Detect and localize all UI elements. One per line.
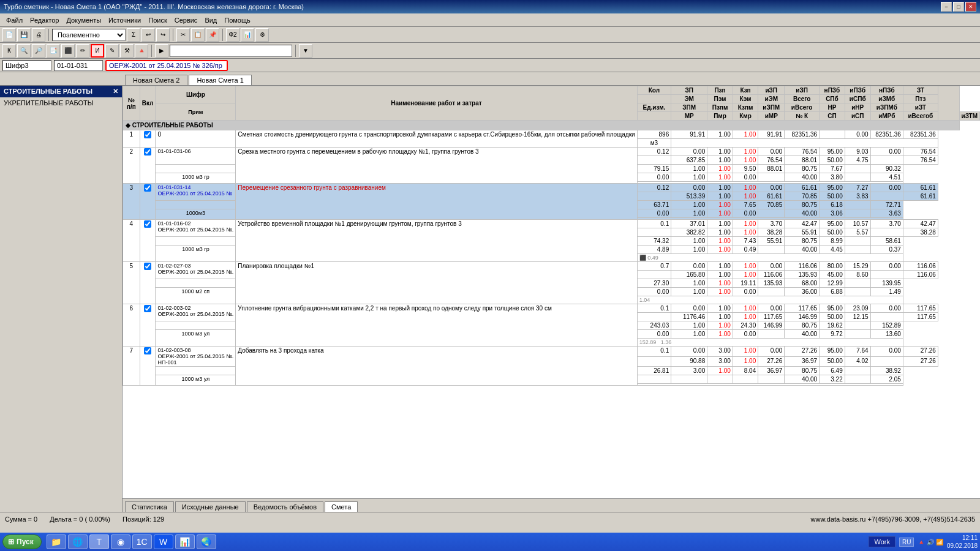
maximize-button[interactable]: □ [953, 2, 964, 12]
menu-help[interactable]: Помощь [221, 15, 254, 25]
main-container: СТРОИТЕЛЬНЫЕ РАБОТЫ ✕ УКРЕПИТЕЛЬНЫЕ РАБО… [0, 86, 980, 512]
left-panel-item-1[interactable]: УКРЕПИТЕЛЬНЫЕ РАБОТЫ [0, 97, 122, 108]
minimize-button[interactable]: − [941, 2, 952, 12]
tb2-btn-3[interactable]: 🔎 [32, 44, 45, 58]
col-zpm: ЗПМ [671, 103, 707, 112]
r6s2c1: 1176.46 [671, 313, 707, 321]
tb2-btn-7[interactable]: И [91, 44, 104, 58]
menu-editor[interactable]: Редактор [26, 15, 62, 25]
tb2-btn-9[interactable]: ⚒ [120, 44, 134, 58]
row-unit [637, 313, 671, 321]
tb-btn-redo[interactable]: ↪ [156, 28, 170, 42]
bottom-tab-stats[interactable]: Статистика [125, 501, 174, 512]
tb2-btn-10[interactable]: 🔺 [135, 44, 148, 58]
tb2-btn-2[interactable]: 🔍 [17, 44, 31, 58]
table-row: 1 0 Сметная стоимость дренирующего грунт… [123, 130, 980, 139]
table-row-7: 7 01-02-003-08ОЕРЖ-2001 от 25.04.2015 №.… [123, 347, 980, 357]
row-unit [637, 192, 671, 201]
r3s4c8 [845, 209, 870, 218]
taskbar-app-chrome[interactable]: ◉ [111, 534, 130, 549]
taskbar-app-1c[interactable]: 1С [132, 534, 152, 549]
tb2-btn-4[interactable]: 📑 [47, 44, 60, 58]
start-button[interactable]: ⊞ Пуск [2, 534, 42, 549]
menu-service[interactable]: Сервис [171, 15, 202, 25]
row-checkbox[interactable] [140, 262, 156, 304]
r6s4c1: 0.00 [637, 330, 671, 339]
r7s3c2: 3.00 [671, 367, 707, 375]
row-checkbox[interactable] [140, 148, 156, 184]
row-checkbox[interactable] [140, 184, 156, 220]
tb-btn-f3[interactable]: 📊 [241, 28, 254, 42]
row-zp: 91.91 [671, 130, 707, 139]
taskbar-app-word[interactable]: W [154, 534, 173, 549]
tb-btn-paste[interactable]: 📌 [206, 28, 219, 42]
bottom-tab-volumes[interactable]: Ведомость объёмов [247, 501, 323, 512]
col-sp: СП [820, 112, 845, 121]
taskbar-app-explorer[interactable]: 📁 [47, 534, 66, 549]
tb-btn-copy[interactable]: 📋 [191, 28, 205, 42]
taskbar-app-net[interactable]: 🌏 [197, 534, 216, 549]
taskbar-app-turbo[interactable]: Т [89, 534, 109, 549]
s2r4c2: 1.00 [671, 173, 707, 182]
title-bar-controls: − □ ✕ [941, 2, 976, 12]
r7c7: 7.64 [845, 347, 870, 357]
r4s2c8 [870, 228, 903, 237]
tb-btn-undo[interactable]: ↩ [141, 28, 155, 42]
tb-btn-1[interactable]: 📄 [2, 28, 16, 42]
row-code: 01-01-031-06 [156, 148, 236, 165]
row-checkbox[interactable] [140, 304, 156, 347]
left-panel-close[interactable]: ✕ [113, 88, 118, 96]
r6s2c5: 146.99 [785, 313, 820, 321]
taskbar-app-ie[interactable]: 🌐 [68, 534, 88, 549]
tb2-btn-11[interactable]: ▶ [155, 44, 168, 58]
tb2-btn-1[interactable]: К [2, 44, 16, 58]
r3s3c5: 70.85 [758, 201, 785, 209]
row-checkbox[interactable] [140, 130, 156, 148]
row-qty: 0.12 [637, 148, 671, 156]
r6c5: 117.65 [785, 304, 820, 313]
tb2-btn-6[interactable]: ✏ [76, 44, 89, 58]
col-iem: иЭМ [758, 95, 785, 103]
close-button[interactable]: ✕ [965, 2, 976, 12]
tab-smeta2[interactable]: Новая Смета 2 [125, 75, 187, 85]
tb2-btn-8[interactable]: ✎ [105, 44, 119, 58]
row-vsego: 82351.36 [785, 130, 820, 139]
left-panel: СТРОИТЕЛЬНЫЕ РАБОТЫ ✕ УКРЕПИТЕЛЬНЫЕ РАБО… [0, 86, 123, 512]
row-unit2 [156, 165, 236, 173]
menu-sources[interactable]: Источники [105, 15, 145, 25]
r7s3c3: 1.00 [707, 367, 733, 375]
taskbar-app-excel[interactable]: 📊 [175, 534, 195, 549]
r7s2c7: 4.02 [845, 356, 870, 367]
bottom-tab-smeta[interactable]: Смета [325, 501, 358, 512]
code-field[interactable] [54, 60, 103, 71]
tb-btn-f2[interactable]: Ф2 [226, 28, 239, 42]
row-code: 01-02-003-08ОЕРЖ-2001 от 25.04.2015 №.НП… [156, 347, 236, 367]
table-row-6: 6 01-02-003-02ОЕРЖ-2001 от 25.04.2015 №.… [123, 304, 980, 313]
row-checkbox[interactable] [140, 347, 156, 386]
row-qty: 896 [637, 130, 671, 139]
menu-file[interactable]: Файл [2, 15, 26, 25]
tb-btn-2[interactable]: 💾 [17, 28, 31, 42]
code-detail-field[interactable] [105, 60, 228, 71]
menu-view[interactable]: Вид [201, 15, 221, 25]
tb2-btn-arrow[interactable]: ▼ [299, 44, 312, 58]
view-mode-dropdown[interactable]: Поэлементно [52, 29, 126, 41]
s2r4c3: 1.00 [707, 173, 733, 182]
tb-btn-sum[interactable]: Σ [127, 28, 140, 42]
tb2-btn-5[interactable]: ⬛ [61, 44, 75, 58]
tb-btn-cut[interactable]: ✂ [176, 28, 190, 42]
bottom-tab-source[interactable]: Исходные данные [175, 501, 246, 512]
language-indicator[interactable]: RU [899, 538, 914, 547]
col-imr: иМР [758, 112, 785, 121]
tab-smeta1[interactable]: Новая Смета 1 [189, 75, 251, 85]
search-input[interactable] [170, 45, 292, 57]
row-checkbox[interactable] [140, 220, 156, 262]
menu-search[interactable]: Поиск [145, 15, 170, 25]
menu-documents[interactable]: Документы [62, 15, 105, 25]
cipher-field[interactable] [2, 60, 51, 71]
r7s4c9: 2.05 [870, 375, 903, 384]
tb-btn-3[interactable]: 🖨 [32, 28, 45, 42]
col-inrb: иПЗб [845, 86, 870, 95]
r6s4c6: 40.00 [785, 330, 820, 339]
tb-btn-settings[interactable]: ⚙ [255, 28, 269, 42]
